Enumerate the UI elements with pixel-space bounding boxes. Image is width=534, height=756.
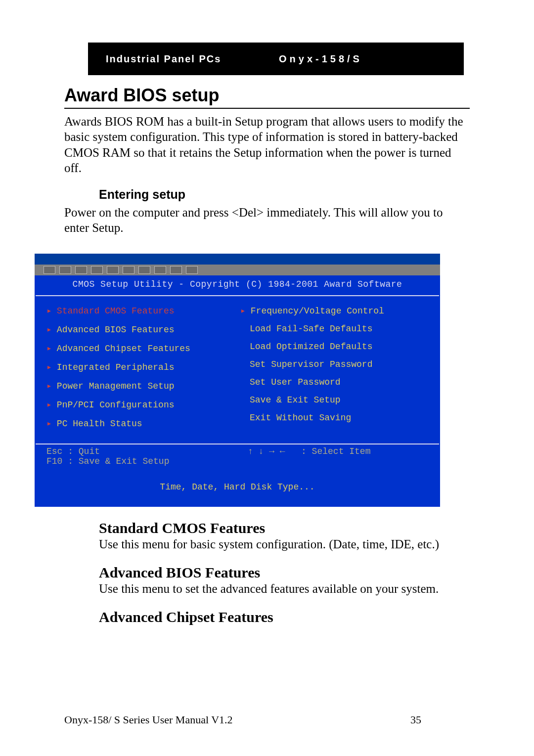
- entering-setup-body: Power on the computer and press <Del> im…: [64, 205, 470, 236]
- bios-keys-right: ↑ ↓ → ← : Select Item: [233, 446, 434, 466]
- section-body: Use this menu to set the advanced featur…: [99, 582, 470, 596]
- page-title: Award BIOS setup: [64, 85, 470, 109]
- section-head: Standard CMOS Features: [99, 520, 470, 536]
- toolbar-icon: [107, 266, 119, 274]
- bios-menu-label: PnP/PCI Configurations: [57, 400, 175, 410]
- bios-menu-item[interactable]: ▸Advanced Chipset Features: [46, 343, 240, 354]
- header-right: Onyx-158/S: [249, 53, 362, 65]
- bios-menu-label: Load Optimized Defaults: [250, 342, 372, 352]
- toolbar-icon: [75, 266, 87, 274]
- bios-keys: Esc : Quit F10 : Save & Exit Setup ↑ ↓ →…: [36, 445, 439, 468]
- footer-name: Onyx-158/ S Series User Manual V1.2: [64, 713, 410, 726]
- header-bar: Industrial Panel PCs Onyx-158/S: [88, 43, 464, 75]
- bios-right-column: ▸Frequency/Voltage Control Load Fail-Saf…: [240, 305, 434, 437]
- triangle-right-icon: ▸: [240, 306, 246, 316]
- triangle-right-icon: ▸: [46, 381, 52, 391]
- bios-menu-item[interactable]: ▸Power Management Setup: [46, 380, 240, 391]
- bios-menu-label: Integrated Peripherals: [57, 362, 175, 372]
- bios-menu-item[interactable]: Load Optimized Defaults: [240, 342, 434, 352]
- bios-menu-item[interactable]: Set User Password: [240, 377, 434, 387]
- toolbar-icon: [154, 266, 166, 274]
- bios-keys-left: Esc : Quit F10 : Save & Exit Setup: [46, 446, 233, 466]
- bios-menu-label: Advanced BIOS Features: [57, 325, 175, 335]
- bios-menu-item[interactable]: ▸Advanced BIOS Features: [46, 324, 240, 335]
- bios-menu-item[interactable]: ▸Frequency/Voltage Control: [240, 305, 434, 316]
- toolbar-icon: [123, 266, 134, 274]
- triangle-right-icon: ▸: [46, 306, 52, 316]
- triangle-right-icon: ▸: [46, 325, 52, 335]
- triangle-right-icon: ▸: [46, 419, 52, 429]
- toolbar-icon: [138, 266, 150, 274]
- bios-menu-item[interactable]: ▸Standard CMOS Features: [46, 305, 240, 316]
- intro-paragraph: Awards BIOS ROM has a built-in Setup pro…: [64, 114, 470, 176]
- toolbar-icon: [59, 266, 71, 274]
- bios-menu-item[interactable]: ▸PnP/PCI Configurations: [46, 399, 240, 410]
- bios-screenshot: CMOS Setup Utility - Copyright (C) 1984-…: [35, 254, 440, 507]
- toolbar-icon: [170, 266, 182, 274]
- triangle-right-icon: ▸: [46, 362, 52, 372]
- triangle-right-icon: ▸: [46, 344, 52, 354]
- bios-menu-label: Frequency/Voltage Control: [251, 306, 384, 316]
- bios-menu-label: Load Fail-Safe Defaults: [250, 324, 372, 334]
- bios-menu-item[interactable]: ▸Integrated Peripherals: [46, 361, 240, 372]
- triangle-right-icon: ▸: [46, 400, 52, 410]
- section-head: Advanced BIOS Features: [99, 564, 470, 581]
- bios-menu-label: Standard CMOS Features: [57, 306, 175, 316]
- footer-page: 35: [410, 713, 470, 726]
- section-head: Advanced Chipset Features: [99, 609, 470, 625]
- footer: Onyx-158/ S Series User Manual V1.2 35: [64, 713, 470, 726]
- bios-menu-item[interactable]: ▸PC Health Status: [46, 418, 240, 429]
- entering-setup-head: Entering setup: [99, 187, 470, 202]
- bios-titlebar: [35, 254, 440, 265]
- toolbar-icon: [44, 266, 55, 274]
- section-body: Use this menu for basic system configura…: [99, 537, 470, 551]
- bios-hint: Time, Date, Hard Disk Type...: [35, 469, 440, 507]
- bios-menu-label: Save & Exit Setup: [250, 395, 341, 405]
- bios-menu-label: PC Health Status: [57, 419, 142, 429]
- bios-menu-label: Advanced Chipset Features: [57, 344, 190, 354]
- bios-menu-item[interactable]: Save & Exit Setup: [240, 395, 434, 405]
- bios-menu-item[interactable]: Set Supervisor Password: [240, 359, 434, 369]
- bios-heading: CMOS Setup Utility - Copyright (C) 1984-…: [36, 276, 439, 296]
- bios-menu-label: Set Supervisor Password: [250, 359, 372, 369]
- bios-body: CMOS Setup Utility - Copyright (C) 1984-…: [35, 275, 440, 469]
- bios-menu-item[interactable]: Exit Without Saving: [240, 413, 434, 423]
- header-left: Industrial Panel PCs: [88, 53, 249, 65]
- bios-left-column: ▸Standard CMOS Features▸Advanced BIOS Fe…: [46, 305, 240, 437]
- bios-toolbar: [35, 265, 440, 275]
- toolbar-icon: [91, 266, 103, 274]
- bios-menu-label: Power Management Setup: [57, 381, 175, 391]
- bios-menu-label: Set User Password: [250, 377, 341, 387]
- toolbar-icon: [186, 266, 198, 274]
- bios-menu-label: Exit Without Saving: [250, 413, 351, 423]
- bios-menu-item[interactable]: Load Fail-Safe Defaults: [240, 324, 434, 334]
